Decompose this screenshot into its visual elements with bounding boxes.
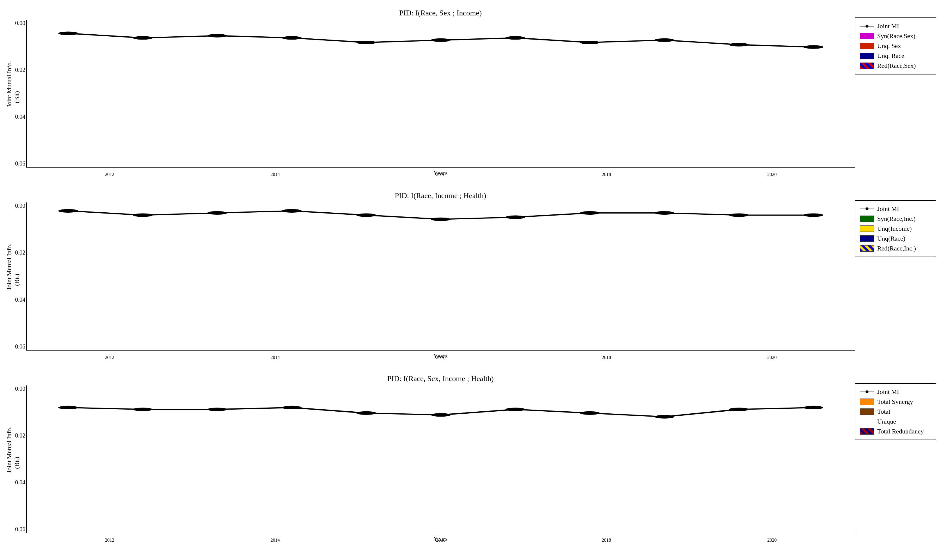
chart1-wrapper: PID: I(Race, Sex ; Income) Joint Mutual … — [3, 6, 942, 189]
legend-label: Red(Race,Inc.) — [877, 245, 916, 252]
chart1-area: PID: I(Race, Sex ; Income) Joint Mutual … — [3, 6, 855, 189]
chart3-wrapper: PID: I(Race, Sex, Income ; Health) Joint… — [3, 371, 942, 554]
legend-swatch-red-inc — [860, 245, 874, 252]
chart2-plot: 0.06 0.04 0.02 0.00 — [26, 203, 855, 350]
chart2-title: PID: I(Race, Income ; Health) — [26, 191, 855, 200]
chart2-x-ticks: 2012 2014 2016 2018 2020 — [27, 355, 855, 360]
legend-label: Red(Race,Sex) — [877, 62, 916, 69]
chart3-legend: Joint MI Total Synergy Total Unique Tota… — [855, 383, 936, 440]
legend-line-icon — [860, 206, 874, 212]
legend-swatch-unq-sex — [860, 43, 874, 49]
chart1-title: PID: I(Race, Sex ; Income) — [26, 9, 855, 17]
chart3-area: PID: I(Race, Sex, Income ; Health) Joint… — [3, 371, 855, 554]
chart1-bars — [27, 20, 855, 167]
legend-swatch-unq-race — [860, 53, 874, 59]
legend-label: Total — [877, 408, 890, 415]
legend-swatch-total-synergy — [860, 398, 874, 405]
legend-label: Unq(Race) — [877, 235, 905, 242]
chart2-area: PID: I(Race, Income ; Health) Joint Mutu… — [3, 189, 855, 371]
chart1-y-ticks: 0.06 0.04 0.02 0.00 — [11, 20, 25, 167]
legend-swatch-total-redundancy — [860, 428, 874, 435]
chart1-x-ticks: 2012 2014 2016 2018 2020 — [27, 172, 855, 177]
chart3-title: PID: I(Race, Sex, Income ; Health) — [26, 374, 855, 383]
chart1-plot: 0.06 0.04 0.02 0.00 — [26, 20, 855, 168]
main-container: PID: I(Race, Sex ; Income) Joint Mutual … — [0, 0, 945, 560]
chart2-bars — [27, 203, 855, 350]
legend-label: Total Synergy — [877, 398, 913, 406]
chart3-y-ticks: 0.06 0.04 0.02 0.00 — [11, 385, 25, 533]
legend-swatch-total-unique — [860, 408, 874, 415]
chart2-y-ticks: 0.06 0.04 0.02 0.00 — [11, 203, 25, 350]
legend-label: Joint MI — [877, 205, 899, 213]
legend-swatch-synergy — [860, 33, 874, 39]
chart1-legend: Joint MI Syn(Race,Sex) Unq. Sex Unq. Rac… — [855, 17, 936, 74]
chart2-legend: Joint MI Syn(Race,Inc.) Unq(Income) Unq(… — [855, 200, 936, 257]
legend-line-icon — [860, 23, 874, 29]
legend-swatch-syn — [860, 215, 874, 222]
legend-swatch-unq-race — [860, 235, 874, 242]
chart2-wrapper: PID: I(Race, Income ; Health) Joint Mutu… — [3, 189, 942, 371]
legend-label: Joint MI — [877, 388, 899, 395]
legend-swatch-red — [860, 63, 874, 69]
legend-swatch-unq-income — [860, 225, 874, 232]
chart3-plot: 0.06 0.04 0.02 0.00 — [26, 385, 855, 533]
legend-label: Syn(Race,Inc.) — [877, 215, 916, 223]
legend-label: Total Redundancy — [877, 428, 924, 435]
chart3-bars — [27, 385, 855, 533]
chart3-x-ticks: 2012 2014 2016 2018 2020 — [27, 538, 855, 543]
legend-label: Unq. Sex — [877, 42, 901, 50]
legend-label: Unique — [877, 418, 896, 425]
legend-label: Unq(Income) — [877, 225, 912, 232]
legend-label: Joint MI — [877, 22, 899, 30]
legend-label: Unq. Race — [877, 52, 904, 60]
legend-label: Syn(Race,Sex) — [877, 32, 915, 40]
legend-line-icon — [860, 389, 874, 395]
